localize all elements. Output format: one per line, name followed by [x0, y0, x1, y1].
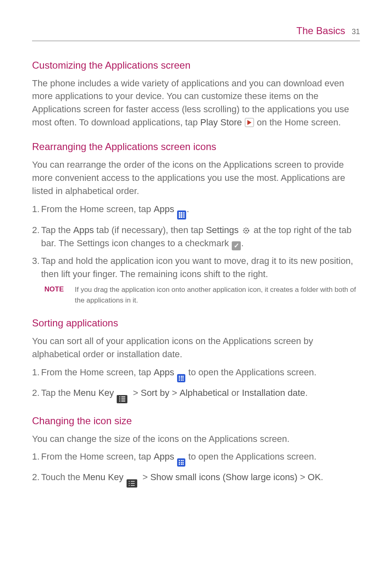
- text: From the Home screen, tap: [41, 204, 154, 214]
- label-apps: Apps: [154, 367, 174, 377]
- heading-customizing: Customizing the Applications screen: [32, 58, 360, 73]
- paragraph: You can change the size of the icons on …: [32, 432, 360, 446]
- label-menu-key: Menu Key: [73, 388, 114, 398]
- page-header: The Basics 31: [32, 24, 360, 41]
- text: .: [241, 238, 244, 248]
- list-number: 2.: [32, 471, 41, 488]
- list-number: 2.: [32, 224, 41, 250]
- label-settings: Settings: [206, 225, 239, 235]
- text: tab (if necessary), then tap: [94, 225, 206, 235]
- label-play-store: Play Store: [200, 117, 242, 127]
- menu-key-icon: [117, 395, 127, 403]
- label-show-icons: Show small icons (Show large icons): [150, 472, 297, 482]
- list-item: 1. From the Home screen, tap Apps to ope…: [32, 450, 360, 467]
- apps-icon: [177, 374, 185, 382]
- text: From the Home screen, tap: [41, 451, 154, 462]
- list-body: Tap the Menu Key >Sort by>Alphabetical o…: [41, 386, 360, 403]
- apps-icon: [177, 458, 185, 467]
- separator: >: [300, 472, 305, 482]
- text: to open the Applications screen.: [186, 451, 316, 462]
- separator: >: [143, 472, 148, 482]
- apps-icon: [177, 210, 186, 220]
- list-number: 1.: [32, 203, 41, 220]
- list-body: Tap the Apps tab (if necessary), then ta…: [41, 224, 360, 250]
- section-title: The Basics: [296, 24, 345, 38]
- list-body: From the Home screen, tap Apps to open t…: [41, 450, 360, 467]
- paragraph: The phone includes a wide variety of app…: [32, 77, 360, 129]
- heading-icon-size: Changing the icon size: [32, 414, 360, 428]
- list-body: From the Home screen, tap Apps to open t…: [41, 366, 360, 382]
- ordered-list: 1. From the Home screen, tap Apps . 2. T…: [32, 203, 360, 281]
- list-body: Tap and hold the application icon you wa…: [41, 254, 360, 281]
- text: .: [187, 204, 189, 214]
- label-sort-by: Sort by: [141, 388, 169, 398]
- list-body: Touch the Menu Key >Show small icons (Sh…: [41, 471, 360, 488]
- label-installation-date: Installation date: [242, 388, 305, 398]
- text: on the Home screen.: [254, 117, 341, 127]
- page-number: 31: [352, 26, 360, 37]
- list-item: 1. From the Home screen, tap Apps .: [32, 203, 360, 220]
- list-number: 2.: [32, 386, 41, 403]
- label-menu-key: Menu Key: [83, 472, 124, 482]
- list-item: 3. Tap and hold the application icon you…: [32, 254, 360, 281]
- note-label: NOTE: [44, 284, 75, 305]
- menu-key-icon: [127, 479, 137, 488]
- checkmark-icon: ✓: [232, 241, 241, 250]
- list-item: 2. Touch the Menu Key >Show small icons …: [32, 471, 360, 488]
- text: .: [321, 472, 323, 482]
- paragraph: You can rearrange the order of the icons…: [32, 158, 360, 198]
- list-number: 3.: [32, 254, 41, 281]
- label-apps: Apps: [73, 225, 94, 235]
- note-body: If you drag the application icon onto an…: [75, 284, 360, 305]
- heading-sorting: Sorting applications: [32, 316, 360, 331]
- list-item: 2. Tap the Apps tab (if necessary), then…: [32, 224, 360, 250]
- list-item: 1. From the Home screen, tap Apps to ope…: [32, 366, 360, 382]
- play-store-icon: [245, 118, 254, 127]
- text: Tap the: [41, 225, 73, 235]
- label-alphabetical: Alphabetical: [180, 388, 229, 398]
- label-ok: OK: [308, 472, 321, 482]
- text: Touch the: [41, 472, 83, 482]
- text: From the Home screen, tap: [41, 367, 154, 377]
- svg-point-1: [245, 230, 247, 231]
- text: .: [305, 388, 308, 398]
- text: or: [229, 388, 242, 398]
- separator: >: [172, 388, 177, 398]
- heading-rearranging: Rearranging the Applications screen icon…: [32, 140, 360, 154]
- label-apps: Apps: [154, 451, 174, 462]
- list-item: 2. Tap the Menu Key >Sort by>Alphabetica…: [32, 386, 360, 403]
- separator: >: [133, 388, 138, 398]
- ordered-list: 1. From the Home screen, tap Apps to ope…: [32, 366, 360, 403]
- label-apps: Apps: [154, 204, 174, 214]
- note: NOTE If you drag the application icon on…: [32, 284, 360, 305]
- text: Tap the: [41, 388, 73, 398]
- list-number: 1.: [32, 366, 41, 382]
- text: to open the Applications screen.: [186, 367, 316, 377]
- ordered-list: 1. From the Home screen, tap Apps to ope…: [32, 450, 360, 488]
- list-number: 1.: [32, 450, 41, 467]
- settings-gear-icon: [242, 226, 251, 235]
- paragraph: You can sort all of your application ico…: [32, 335, 360, 361]
- list-body: From the Home screen, tap Apps .: [41, 203, 360, 220]
